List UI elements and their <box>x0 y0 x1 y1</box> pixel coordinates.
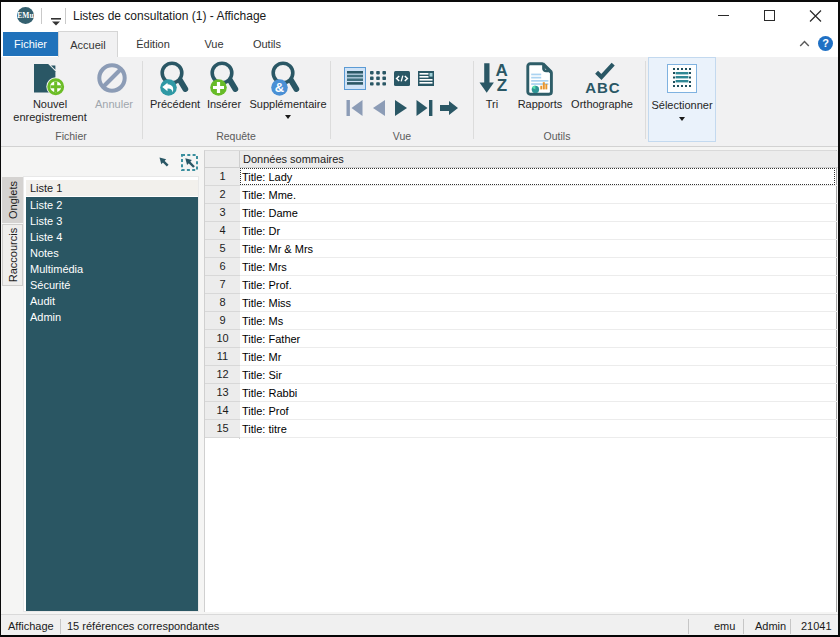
svg-text:&: & <box>275 80 284 95</box>
svg-text:Z: Z <box>497 76 507 94</box>
svg-text:ABC: ABC <box>585 79 620 95</box>
